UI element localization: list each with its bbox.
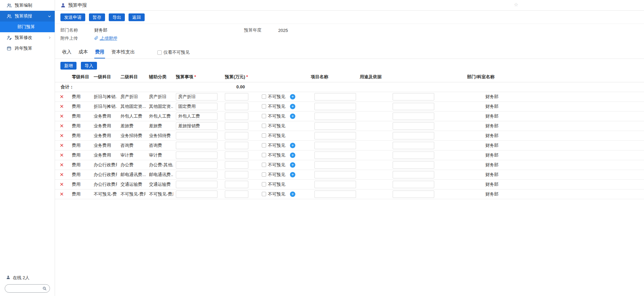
upload-attachment-link[interactable]: 上传附件 [94, 35, 117, 41]
search-input[interactable] [8, 286, 42, 291]
unforeseen-checkbox[interactable] [262, 172, 266, 177]
usage-basis-input[interactable] [393, 181, 434, 188]
budget-amount-input[interactable] [225, 142, 248, 149]
unforeseen-checkbox[interactable] [262, 192, 266, 196]
budget-amount-input[interactable] [225, 93, 248, 100]
project-name-input[interactable] [314, 152, 356, 159]
delete-row-icon[interactable] [55, 152, 68, 158]
sidebar-item-budget-filling[interactable]: 预算填报 [0, 11, 55, 22]
add-button[interactable]: 新增 [60, 62, 77, 70]
project-name-input[interactable] [314, 161, 356, 169]
delete-row-icon[interactable] [55, 133, 68, 139]
add-subrow-icon[interactable] [290, 94, 295, 99]
sidebar-item-label: 部门预算 [17, 24, 51, 30]
search-icon[interactable] [42, 286, 47, 291]
usage-basis-input[interactable] [393, 113, 434, 120]
unforeseen-checkbox[interactable] [262, 143, 266, 147]
add-subrow-icon[interactable] [290, 114, 295, 119]
aux-category-cell: 不可预见-费用 [146, 189, 173, 199]
sidebar-item-budget-preparation[interactable]: 预算编制 [0, 0, 55, 11]
level2-cell: 咨询费 [117, 140, 146, 150]
project-name-input[interactable] [314, 103, 356, 110]
project-name-input[interactable] [314, 171, 356, 178]
sidebar-item-crossyear-budget[interactable]: 跨年预算 [0, 43, 55, 54]
usage-basis-input[interactable] [393, 191, 434, 198]
unforeseen-checkbox[interactable] [262, 94, 266, 99]
unforeseen-checkbox[interactable] [262, 182, 266, 186]
add-subrow-icon[interactable] [290, 172, 295, 177]
add-subrow-icon[interactable] [290, 104, 295, 109]
usage-basis-input[interactable] [393, 103, 434, 110]
temp-save-button[interactable]: 暂存 [89, 13, 105, 21]
delete-row-icon[interactable] [55, 123, 68, 129]
send-application-button[interactable]: 发送申请 [60, 13, 85, 21]
unforeseen-only-checkbox[interactable] [157, 50, 162, 55]
tab-income[interactable]: 收入 [61, 48, 72, 58]
usage-basis-input[interactable] [393, 152, 434, 159]
unforeseen-checkbox[interactable] [262, 114, 266, 118]
unforeseen-checkbox[interactable] [262, 124, 266, 128]
budget-amount-input[interactable] [225, 171, 248, 178]
budget-item-input[interactable] [176, 161, 217, 169]
usage-basis-input[interactable] [393, 142, 434, 149]
budget-item-input[interactable] [176, 122, 217, 130]
budget-item-input[interactable] [176, 113, 217, 120]
budget-item-input[interactable] [176, 152, 217, 159]
project-name-input[interactable] [314, 142, 356, 149]
usage-basis-input[interactable] [393, 171, 434, 178]
delete-row-icon[interactable] [55, 162, 68, 168]
export-button[interactable]: 导出 [109, 13, 125, 21]
project-name-input[interactable] [314, 181, 356, 188]
delete-row-icon[interactable] [55, 142, 68, 149]
delete-row-icon[interactable] [55, 172, 68, 178]
project-name-input[interactable] [314, 93, 356, 100]
sidebar-item-budget-modification[interactable]: 预算修改 [0, 32, 55, 43]
tab-expense[interactable]: 费用 [94, 48, 105, 58]
budget-item-input[interactable] [176, 191, 217, 198]
budget-item-input[interactable] [176, 103, 217, 110]
usage-basis-input[interactable] [393, 93, 434, 100]
budget-item-input[interactable] [176, 142, 217, 149]
budget-amount-input[interactable] [225, 113, 248, 120]
project-name-input[interactable] [314, 113, 356, 120]
table-row: 费用 不可预见-费用 不可预见-费用 不可预见-费用 不可预见 财务部 [55, 189, 644, 199]
import-button[interactable]: 导入 [81, 62, 97, 70]
usage-basis-input[interactable] [393, 122, 434, 130]
project-name-input[interactable] [314, 191, 356, 198]
unforeseen-checkbox[interactable] [262, 104, 266, 109]
budget-item-input[interactable] [176, 181, 217, 188]
project-name-input[interactable] [314, 132, 356, 139]
budget-item-input[interactable] [176, 132, 217, 139]
budget-amount-input[interactable] [225, 132, 248, 139]
back-button[interactable]: 返回 [129, 13, 145, 21]
delete-row-icon[interactable] [55, 103, 68, 110]
level0-cell: 费用 [68, 121, 90, 131]
sidebar-item-department-budget[interactable]: 部门预算 [0, 22, 55, 32]
budget-amount-input[interactable] [225, 103, 248, 110]
unforeseen-checkbox[interactable] [262, 133, 266, 138]
project-name-input[interactable] [314, 122, 356, 130]
budget-amount-input[interactable] [225, 191, 248, 198]
add-subrow-icon[interactable] [290, 143, 295, 148]
budget-amount-input[interactable] [225, 152, 248, 159]
budget-amount-input[interactable] [225, 161, 248, 169]
delete-row-icon[interactable] [55, 94, 68, 100]
delete-row-icon[interactable] [55, 191, 68, 197]
usage-basis-input[interactable] [393, 161, 434, 169]
tab-cost[interactable]: 成本 [78, 48, 89, 58]
unforeseen-checkbox[interactable] [262, 163, 266, 167]
usage-basis-input[interactable] [393, 132, 434, 139]
delete-row-icon[interactable] [55, 113, 68, 119]
budget-amount-input[interactable] [225, 181, 248, 188]
favorite-star-icon[interactable]: ☆ [514, 2, 518, 8]
unforeseen-only-filter[interactable]: 仅看不可预见 [157, 49, 190, 58]
tab-capital-expenditure[interactable]: 资本性支出 [111, 48, 136, 58]
add-subrow-icon[interactable] [290, 153, 295, 158]
budget-item-input[interactable] [176, 93, 217, 100]
unforeseen-checkbox[interactable] [262, 153, 266, 157]
delete-row-icon[interactable] [55, 181, 68, 187]
add-subrow-icon[interactable] [290, 162, 295, 168]
budget-amount-input[interactable] [225, 122, 248, 130]
budget-item-input[interactable] [176, 171, 217, 178]
add-subrow-icon[interactable] [290, 192, 295, 197]
